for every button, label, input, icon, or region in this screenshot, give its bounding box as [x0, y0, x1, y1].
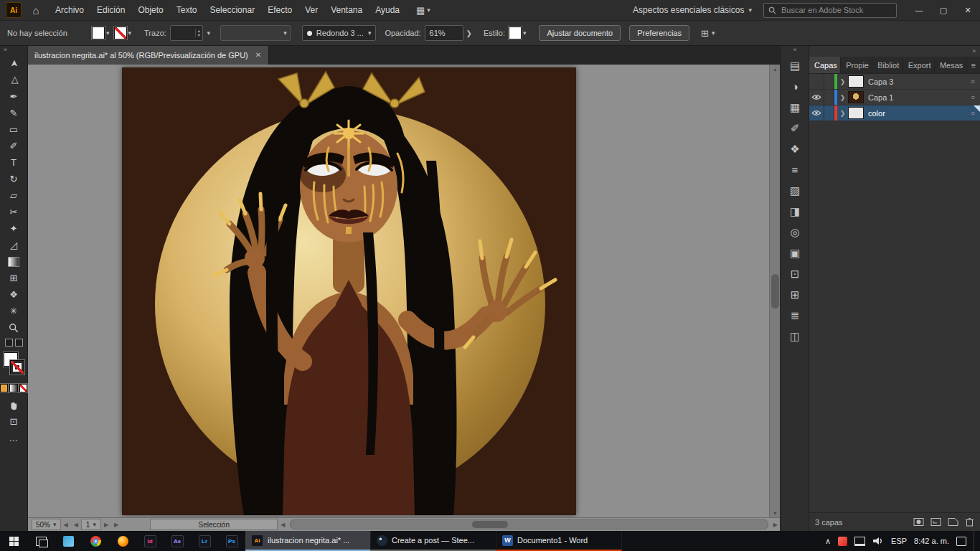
artboard-number-dropdown[interactable]: 1 ▾ [81, 519, 101, 530]
delete-layer-icon[interactable] [965, 517, 974, 527]
width-tool[interactable]: ✦ [0, 220, 27, 237]
scroll-up-arrow[interactable]: ▲ [770, 65, 781, 74]
scissors-tool[interactable]: ✂ [0, 204, 27, 220]
prev-artboard-button[interactable]: ◀ [71, 522, 81, 528]
stroke-width-field[interactable] [171, 26, 195, 40]
visibility-toggle[interactable] [809, 90, 824, 105]
menu-item[interactable]: Texto [170, 0, 204, 20]
color-mode-strip[interactable] [0, 384, 27, 392]
minimize-button[interactable]: — [907, 0, 931, 20]
fit-document-button[interactable]: Ajustar documento [539, 25, 621, 41]
stroke-color-box[interactable] [10, 360, 24, 375]
brush-definition-dropdown[interactable]: Redondo 3 ... ▾ [302, 25, 377, 41]
hidden-icons-chevron[interactable]: ∧ [825, 537, 831, 546]
action-center-icon[interactable] [956, 537, 966, 546]
expand-layer-chevron[interactable]: ❯ [837, 110, 848, 117]
fill-color-control[interactable]: ▾ [92, 27, 110, 39]
document-tab[interactable]: ilustracion negrita.ai* al 50% (RGB/Prev… [27, 45, 269, 65]
color-button[interactable] [0, 384, 8, 392]
search-input[interactable] [780, 5, 883, 15]
menu-item[interactable]: Efecto [261, 0, 298, 20]
eraser-tool[interactable]: ▱ [0, 187, 27, 204]
graphic-style-control[interactable]: ▾ [509, 27, 527, 39]
layer-row-selected[interactable]: ❯ color ○ [809, 105, 980, 121]
curvature-tool[interactable]: ✎ [0, 105, 27, 121]
arrange-documents-icon[interactable]: ▦ ▾ [416, 5, 430, 16]
canvas-pasteboard[interactable]: ▲ ▼ [27, 65, 781, 518]
appearance-panel-icon[interactable]: ◎ [781, 222, 809, 242]
scale-tool[interactable]: ◿ [0, 237, 27, 253]
stepper-down-icon[interactable]: ▾ [198, 33, 200, 37]
stroke-panel-icon[interactable]: ≡ [781, 159, 809, 180]
menu-item[interactable]: Objeto [131, 0, 169, 20]
status-mode-field[interactable]: Selección [150, 519, 278, 530]
tab-close-icon[interactable]: ✕ [255, 51, 261, 59]
task-view-button[interactable] [27, 531, 55, 551]
opacity-field[interactable]: 61% [425, 25, 463, 41]
swatches-panel-icon[interactable]: ▦ [781, 97, 809, 118]
next-artboard-button[interactable]: ▶ [101, 522, 111, 528]
menu-item[interactable]: Archivo [49, 0, 90, 20]
hand-tool[interactable] [0, 397, 27, 413]
home-icon[interactable]: ⌂ [27, 4, 44, 17]
symbols-panel-icon[interactable]: ❖ [781, 138, 809, 159]
artboards-panel-icon[interactable]: ⊡ [781, 263, 809, 284]
graphic-styles-panel-icon[interactable]: ▣ [781, 242, 809, 263]
app-icon-photoshop[interactable]: Ps [218, 531, 245, 551]
tab-mesas[interactable]: Mesas [935, 57, 967, 73]
app-icon-indesign[interactable]: Id [136, 531, 164, 551]
rectangle-tool[interactable]: ▭ [0, 121, 27, 138]
artboard[interactable] [122, 67, 576, 515]
menu-item[interactable]: Seleccionar [203, 0, 261, 20]
gradient-button[interactable] [9, 384, 17, 392]
draw-behind-icon[interactable] [15, 339, 23, 347]
app-icon-firefox[interactable] [109, 531, 136, 551]
libraries-panel-icon[interactable]: ▤ [781, 55, 809, 76]
app-icon-aftereffects[interactable]: Ae [164, 531, 191, 551]
gradient-panel-icon[interactable]: ▨ [781, 180, 809, 201]
type-tool[interactable]: T [0, 154, 27, 171]
clock[interactable]: 8:42 a. m. [914, 537, 949, 545]
symbol-sprayer-tool[interactable]: ✳ [0, 303, 27, 319]
tray-app-icon[interactable] [838, 537, 847, 546]
expand-panels-icon[interactable]: « [781, 44, 809, 55]
preferences-button[interactable]: Preferencias [629, 25, 689, 41]
draw-normal-icon[interactable] [5, 339, 13, 347]
menu-item[interactable]: Ayuda [369, 0, 406, 20]
new-sublayer-icon[interactable] [930, 517, 941, 527]
layer-row[interactable]: ❯ Capa 3 ○ [809, 74, 980, 90]
align-panel-icon[interactable]: ≣ [781, 305, 809, 326]
document-setup-icon[interactable]: ⊞ ▾ [701, 28, 715, 39]
artboard-tool[interactable]: ⊡ [0, 413, 27, 430]
layer-name[interactable]: Capa 1 [868, 93, 966, 102]
vertical-scroll-thumb[interactable] [771, 274, 779, 309]
network-icon[interactable] [854, 537, 865, 546]
opacity-panel-arrow[interactable]: ❯ [466, 29, 472, 37]
horizontal-scrollbar[interactable] [290, 519, 768, 529]
visibility-toggle[interactable] [809, 105, 824, 121]
make-mask-icon[interactable] [913, 517, 924, 527]
target-circle[interactable]: ○ [966, 109, 980, 117]
stroke-width-stepper[interactable]: ▴ ▾ [170, 25, 203, 41]
language-indicator[interactable]: ESP [891, 537, 907, 545]
app-icon-chrome[interactable] [82, 531, 109, 551]
fill-stroke-widget[interactable] [0, 351, 27, 381]
maximize-button[interactable]: ▢ [931, 0, 956, 20]
start-button[interactable] [0, 531, 27, 551]
target-circle[interactable]: ○ [966, 93, 980, 101]
first-artboard-button[interactable]: ◀ [61, 522, 71, 528]
variable-width-profile-dropdown[interactable]: ▾ [220, 25, 291, 41]
target-circle[interactable]: ○ [966, 77, 980, 85]
vertical-scrollbar[interactable]: ▲ ▼ [769, 65, 781, 518]
paintbrush-tool[interactable]: ✐ [0, 138, 27, 154]
taskbar-window-steam[interactable]: Create a post — Stee... [371, 531, 496, 551]
stroke-color-control[interactable]: ▾ [114, 27, 132, 39]
color-panel-icon[interactable]: ◑ [781, 76, 809, 97]
menu-item[interactable]: Ventana [324, 0, 369, 20]
blend-tool[interactable]: ❖ [0, 286, 27, 303]
mesh-tool[interactable]: ⊞ [0, 270, 27, 286]
lock-toggle[interactable] [824, 74, 834, 89]
hscroll-right-arrow[interactable]: ▶ [771, 522, 781, 528]
volume-icon[interactable] [872, 537, 884, 545]
expand-layer-chevron[interactable]: ❯ [837, 94, 848, 101]
